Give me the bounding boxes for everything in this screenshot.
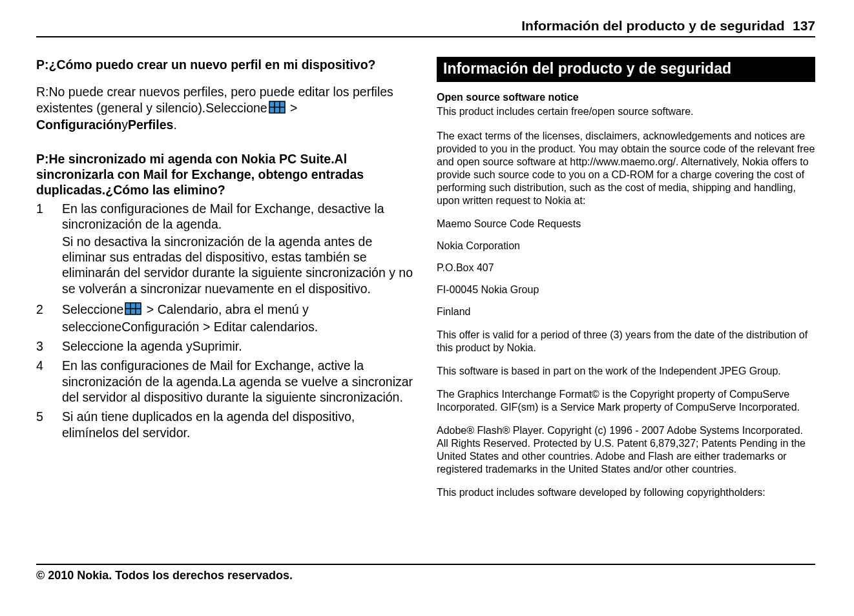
notice-p5: The Graphics Interchange Format© is the … [437, 388, 815, 414]
page: Información del producto y de seguridad … [0, 0, 854, 522]
a1-y: y [121, 118, 128, 132]
step-1: 1 En las configuraciones de Mail for Exc… [36, 201, 415, 298]
step-3-dot: . [238, 339, 242, 353]
step-5-number: 5 [36, 409, 62, 440]
notice-p7: This product includes software developed… [437, 486, 815, 499]
left-column: P:¿Cómo puedo crear un nuevo perfil en m… [36, 57, 415, 509]
notice-p3: This offer is valid for a period of thre… [437, 329, 815, 354]
q1-prefix: P: [36, 57, 49, 72]
section-title-bar: Información del producto y de seguridad [437, 57, 815, 82]
step-1-body: En las configuraciones de Mail for Excha… [62, 201, 415, 298]
step-2-gt2: > [199, 320, 213, 334]
step-2-edit: Editar calendarios [214, 320, 315, 334]
a1-dot: . [173, 118, 176, 132]
step-1-p1: En las configuraciones de Mail for Excha… [62, 201, 415, 232]
step-5: 5 Si aún tiene duplicados en la agenda d… [36, 409, 415, 440]
step-3: 3 Seleccione la agenda ySuprimir. [36, 338, 415, 354]
page-header: Información del producto y de seguridad … [36, 18, 815, 37]
grid-icon [269, 101, 286, 117]
step-4-number: 4 [36, 358, 62, 405]
step-2-body: Seleccione > Calendario, abra el menú y … [62, 302, 415, 334]
address-line-2: Nokia Corporation [437, 240, 815, 252]
header-title: Información del producto y de seguridad [521, 18, 784, 33]
a1-config: Configuración [36, 118, 121, 132]
page-number: 137 [793, 18, 815, 33]
notice-p1: This product includes certain free/open … [437, 105, 815, 118]
notice-p4: This software is based in part on the wo… [437, 365, 815, 378]
step-2-gt1: > [143, 302, 157, 316]
step-3-body: Seleccione la agenda ySuprimir. [62, 338, 415, 354]
address-line-5: Finland [437, 305, 815, 318]
address-line-1: Maemo Source Code Requests [437, 218, 815, 231]
step-2-number: 2 [36, 302, 62, 334]
q2-text: He sincronizado mi agenda con Nokia PC S… [36, 152, 364, 198]
notice-heading: Open source software notice [437, 91, 815, 104]
a1-prefix: R: [36, 85, 49, 99]
step-4: 4 En las configuraciones de Mail for Exc… [36, 358, 415, 405]
step-2-pre: Seleccione [62, 302, 123, 316]
step-5-body: Si aún tiene duplicados en la agenda del… [62, 409, 415, 440]
step-3-number: 3 [36, 338, 62, 354]
content-columns: P:¿Cómo puedo crear un nuevo perfil en m… [36, 57, 815, 509]
right-column: Información del producto y de seguridad … [437, 57, 815, 509]
step-4-text: En las configuraciones de Mail for Excha… [62, 358, 413, 404]
step-1-p2: Si no desactiva la sincronización de la … [62, 234, 415, 297]
grid-icon [125, 302, 141, 318]
q1-text: ¿Cómo puedo crear un nuevo perfil en mi … [49, 57, 376, 72]
step-2-calendario: Calendario [158, 302, 218, 316]
a1-gt: > [287, 101, 298, 115]
question-2-heading: P:He sincronizado mi agenda con Nokia PC… [36, 151, 415, 198]
steps-list: 1 En las configuraciones de Mail for Exc… [36, 201, 415, 440]
step-2-config: Configuración [121, 320, 199, 334]
question-1-heading: P:¿Cómo puedo crear un nuevo perfil en m… [36, 57, 415, 72]
footer-copyright: © 2010 Nokia. Todos los derechos reserva… [36, 564, 815, 582]
answer-1: R:No puede crear nuevos perfiles, pero p… [36, 84, 415, 132]
notice-p2: The exact terms of the licenses, disclai… [437, 130, 815, 207]
step-1-number: 1 [36, 201, 62, 298]
address-line-3: P.O.Box 407 [437, 262, 815, 274]
a1-text: No puede crear nuevos perfiles, pero pue… [36, 85, 393, 114]
step-2: 2 Seleccione > Calendario, abra el menú … [36, 302, 415, 334]
a1-perfiles: Perfiles [128, 118, 173, 132]
address-line-4: FI-00045 Nokia Group [437, 283, 815, 296]
step-2-dot: . [315, 320, 318, 334]
q2-prefix: P: [36, 152, 49, 166]
step-5-text: Si aún tiene duplicados en la agenda del… [62, 409, 355, 439]
step-3-pre: Seleccione la agenda y [62, 339, 193, 353]
notice-p6: Adobe® Flash® Player. Copyright (c) 1996… [437, 424, 815, 476]
step-3-suprimir: Suprimir [193, 339, 239, 353]
step-4-body: En las configuraciones de Mail for Excha… [62, 358, 415, 405]
